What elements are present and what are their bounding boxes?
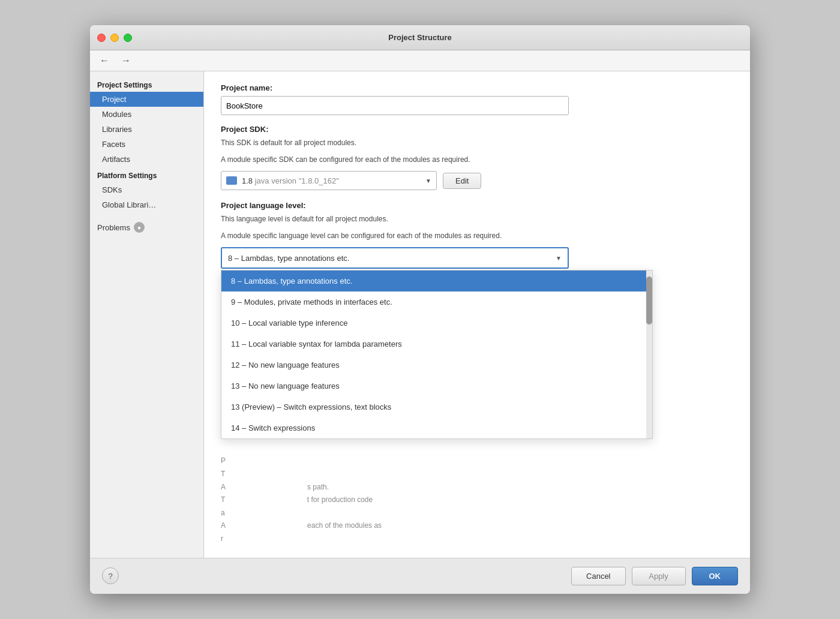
- back-button[interactable]: ←: [97, 54, 112, 67]
- sidebar-item-libraries[interactable]: Libraries: [90, 122, 203, 137]
- sdk-version-detail: java version "1.8.0_162": [255, 176, 339, 185]
- edit-sdk-button[interactable]: Edit: [443, 173, 481, 189]
- project-structure-window: Project Structure ← → Project Settings P…: [90, 25, 750, 593]
- window-controls: [97, 34, 132, 42]
- project-settings-label: Project Settings: [90, 76, 203, 92]
- project-name-input[interactable]: [221, 96, 569, 115]
- platform-settings-label: Platform Settings: [90, 167, 203, 182]
- language-dropdown-chevron: ▼: [556, 255, 562, 262]
- sidebar-item-sdks[interactable]: SDKs: [90, 182, 203, 197]
- project-sdk-desc1: This SDK is default for all project modu…: [221, 137, 733, 148]
- titlebar: Project Structure: [90, 25, 750, 50]
- sidebar-divider: [90, 212, 203, 217]
- content-area: Project Settings Project Modules Librari…: [90, 71, 750, 557]
- help-button[interactable]: ?: [102, 567, 119, 584]
- language-selected-value: 8 – Lambdas, type annotations etc.: [228, 254, 349, 263]
- language-option-14[interactable]: 14 – Switch expressions: [221, 417, 652, 438]
- sdk-row: 1.8 java version "1.8.0_162" ▼ Edit: [221, 171, 733, 190]
- language-option-13[interactable]: 13 – No new language features: [221, 375, 652, 396]
- sdk-dropdown-left: 1.8 java version "1.8.0_162": [226, 176, 339, 185]
- sidebar-item-project[interactable]: Project: [90, 92, 203, 107]
- problems-label: Problems: [97, 223, 130, 232]
- sidebar-item-modules[interactable]: Modules: [90, 107, 203, 122]
- minimize-button[interactable]: [110, 34, 119, 42]
- action-buttons: Cancel Apply OK: [571, 567, 738, 585]
- ok-button[interactable]: OK: [692, 567, 739, 585]
- maximize-button[interactable]: [124, 34, 132, 42]
- language-option-13p[interactable]: 13 (Preview) – Switch expressions, text …: [221, 396, 652, 417]
- project-sdk-desc2: A module specific SDK can be configured …: [221, 154, 733, 165]
- sidebar-item-facets[interactable]: Facets: [90, 137, 203, 152]
- language-dropdown[interactable]: 8 – Lambdas, type annotations etc. ▼: [221, 247, 569, 269]
- scrollbar-thumb: [646, 277, 652, 324]
- language-option-10[interactable]: 10 – Local variable type inference: [221, 312, 652, 333]
- project-sdk-label: Project SDK:: [221, 125, 733, 134]
- language-desc1: This language level is default for all p…: [221, 214, 733, 224]
- language-desc2: A module specific language level can be …: [221, 230, 733, 241]
- blurred-content: P T A s path. T t for production code a …: [221, 455, 733, 545]
- sdk-icon: [226, 176, 237, 185]
- blurred-section-text: P T A s path. T t for production code a …: [221, 455, 733, 545]
- language-dropdown-menu: 8 – Lambdas, type annotations etc. 9 – M…: [221, 270, 653, 439]
- language-option-11[interactable]: 11 – Local variable syntax for lambda pa…: [221, 333, 652, 354]
- project-language-label: Project language level:: [221, 201, 733, 210]
- window-title: Project Structure: [388, 33, 451, 42]
- language-option-8[interactable]: 8 – Lambdas, type annotations etc.: [221, 271, 652, 292]
- sdk-version-text: 1.8 java version "1.8.0_162": [242, 176, 339, 185]
- language-dropdown-container: 8 – Lambdas, type annotations etc. ▼ 8 –…: [221, 247, 569, 269]
- sdk-dropdown[interactable]: 1.8 java version "1.8.0_162" ▼: [221, 171, 437, 190]
- apply-button[interactable]: Apply: [632, 567, 686, 585]
- problems-row[interactable]: Problems ●: [90, 217, 203, 235]
- sdk-dropdown-chevron: ▼: [425, 178, 431, 184]
- main-content: Project name: Project SDK: This SDK is d…: [204, 71, 750, 557]
- navigation-row: ← →: [90, 50, 750, 71]
- bottom-bar: ? Cancel Apply OK: [90, 558, 750, 594]
- dropdown-scrollbar[interactable]: [646, 271, 652, 438]
- close-button[interactable]: [97, 34, 106, 42]
- sidebar-item-global-libraries[interactable]: Global Librari…: [90, 197, 203, 212]
- sidebar: Project Settings Project Modules Librari…: [90, 71, 204, 557]
- problems-badge: ●: [134, 222, 145, 233]
- project-name-label: Project name:: [221, 83, 733, 92]
- language-option-12[interactable]: 12 – No new language features: [221, 354, 652, 375]
- forward-button[interactable]: →: [119, 54, 133, 67]
- cancel-button[interactable]: Cancel: [571, 567, 625, 585]
- language-option-9[interactable]: 9 – Modules, private methods in interfac…: [221, 292, 652, 312]
- sidebar-item-artifacts[interactable]: Artifacts: [90, 152, 203, 167]
